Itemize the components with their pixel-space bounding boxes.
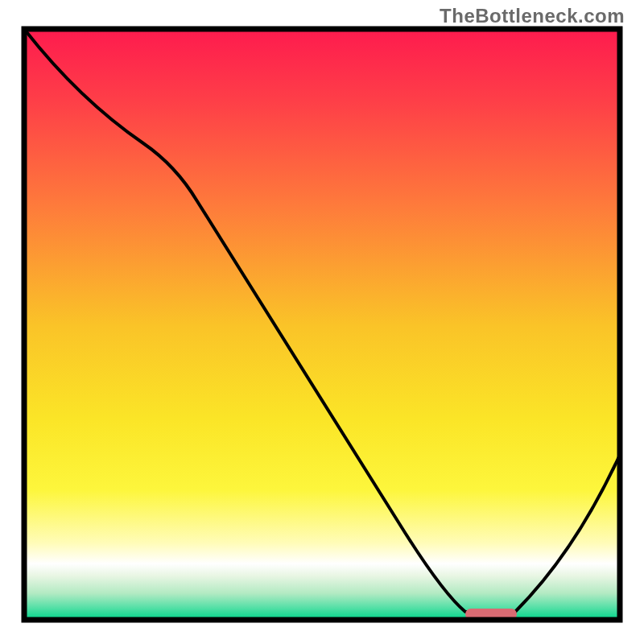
watermark-text: TheBottleneck.com — [440, 5, 625, 27]
gradient-background — [24, 29, 620, 620]
bottleneck-chart — [0, 0, 644, 644]
